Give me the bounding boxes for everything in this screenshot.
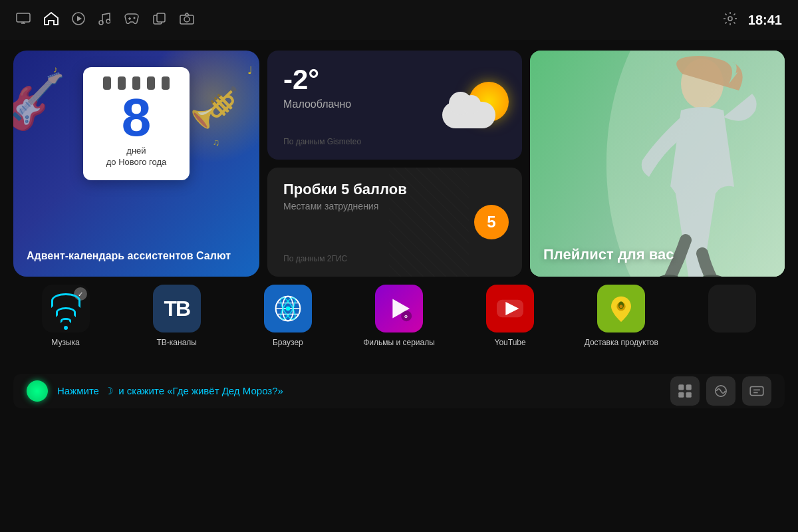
svg-rect-37	[686, 392, 692, 398]
app-tv[interactable]: ТВ ТВ-каналы	[124, 285, 229, 364]
nav-gamepad-icon[interactable]	[124, 13, 140, 28]
nav-tv-icon[interactable]	[16, 13, 31, 28]
nav-camera-icon[interactable]	[180, 13, 194, 28]
app-music[interactable]: ✓ Музыка	[13, 285, 118, 364]
app-placeholder-icon	[708, 285, 756, 332]
svg-point-9	[134, 17, 136, 19]
svg-rect-39	[750, 387, 763, 396]
clock: 18:41	[748, 13, 782, 28]
app-placeholder	[680, 285, 785, 364]
nav-icons	[16, 12, 194, 29]
traffic-map-bg	[389, 168, 469, 277]
top-navigation: 18:41	[0, 0, 798, 40]
nav-music-icon[interactable]	[98, 12, 110, 29]
svg-rect-36	[678, 392, 684, 398]
apps-row: ✓ Музыка ТВ ТВ-каналы	[13, 285, 785, 364]
middle-column: -2° Малооблачно По данным Gismeteo Пробк…	[267, 51, 522, 277]
bottom-right-apps	[670, 376, 771, 406]
cards-row: 🎸 🎺 ♩ ♪ ♫ 8 дней до Нового года	[13, 51, 785, 277]
bottom-prompt: Нажмите ☽ и скажите «Где живёт Дед Мороз…	[57, 385, 283, 397]
svg-text:o: o	[404, 313, 408, 319]
nav-home-icon[interactable]	[44, 12, 59, 29]
nav-play-icon[interactable]	[72, 12, 85, 29]
calendar-bottom-text: Адвент-календарь ассистентов Салют	[27, 249, 246, 263]
svg-point-25	[286, 307, 291, 311]
main-content: 🎸 🎺 ♩ ♪ ♫ 8 дней до Нового года	[0, 40, 798, 419]
svg-point-14	[728, 17, 732, 21]
calendar-page: 8 дней до Нового года	[83, 67, 190, 180]
app-tv-icon: ТВ	[153, 285, 201, 332]
app-youtube-label: YouTube	[495, 338, 526, 347]
app-youtube-icon	[486, 285, 534, 332]
calendar-subtitle: дней до Нового года	[106, 146, 167, 168]
weather-card[interactable]: -2° Малооблачно По данным Gismeteo	[267, 51, 522, 160]
app-films[interactable]: o Фильмы и сериалы	[346, 285, 451, 364]
settings-icon[interactable]	[723, 11, 737, 29]
svg-point-13	[184, 17, 190, 22]
svg-marker-4	[77, 16, 82, 21]
mini-app-1[interactable]	[670, 376, 700, 406]
mini-app-2[interactable]	[706, 376, 735, 406]
salute-icon-text: ☽	[104, 385, 113, 396]
app-films-icon: o	[375, 285, 423, 332]
weather-icon	[442, 82, 509, 128]
calendar-number: 8	[122, 91, 152, 144]
app-music-icon: ✓	[42, 285, 90, 332]
playlist-card[interactable]: Плейлист для вас	[530, 51, 785, 277]
app-films-label: Фильмы и сериалы	[363, 338, 435, 347]
svg-rect-34	[678, 384, 684, 390]
svg-point-33	[620, 305, 623, 308]
salute-orb[interactable]	[27, 380, 48, 402]
app-browser-label: Браузер	[273, 338, 303, 347]
calendar-decorations: 8 дней до Нового года	[13, 57, 259, 190]
svg-rect-35	[686, 384, 692, 390]
bottom-bar: Нажмите ☽ и скажите «Где живёт Дед Мороз…	[13, 374, 785, 408]
nav-cards-icon[interactable]	[153, 13, 166, 28]
app-delivery-icon	[597, 285, 645, 332]
app-delivery[interactable]: Доставка продуктов	[569, 285, 674, 364]
svg-rect-11	[157, 13, 165, 22]
svg-rect-0	[17, 13, 30, 22]
calendar-card[interactable]: 🎸 🎺 ♩ ♪ ♫ 8 дней до Нового года	[13, 51, 259, 277]
app-browser[interactable]: Браузер	[235, 285, 340, 364]
app-browser-icon	[264, 285, 312, 332]
app-youtube[interactable]: YouTube	[458, 285, 563, 364]
playlist-title: Плейлист для вас	[543, 246, 674, 263]
app-music-label: Музыка	[51, 338, 79, 347]
app-tv-label: ТВ-каналы	[156, 338, 196, 347]
traffic-score-badge: 5	[474, 205, 509, 239]
traffic-card[interactable]: Пробки 5 баллов Местами затруднения По д…	[267, 168, 522, 277]
app-delivery-label: Доставка продуктов	[585, 338, 658, 347]
mini-app-3[interactable]	[742, 376, 771, 406]
weather-source: По данным Gismeteo	[283, 137, 506, 146]
nav-right: 18:41	[723, 11, 782, 29]
playlist-person	[619, 51, 785, 277]
